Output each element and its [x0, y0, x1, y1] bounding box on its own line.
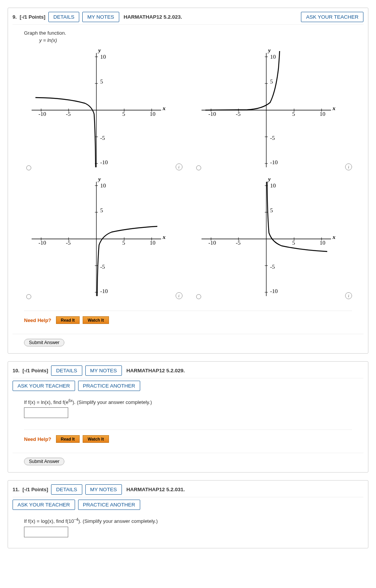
svg-text:10: 10 [270, 183, 276, 189]
svg-text:-5: -5 [270, 135, 275, 141]
points-label: [-/1 Points] [22, 487, 48, 492]
radio-option-b[interactable] [196, 165, 201, 170]
svg-text:y: y [267, 47, 271, 53]
svg-text:10: 10 [320, 240, 325, 246]
prompt-post: ). (Simplify your answer completely.) [78, 519, 158, 524]
question-11: 11. [-/1 Points] DETAILS MY NOTES HARMAT… [8, 480, 368, 548]
answer-input[interactable] [24, 527, 68, 537]
submit-answer-button[interactable]: Submit Answer [24, 458, 64, 465]
info-icon[interactable]: i [176, 292, 182, 299]
reference-label: HARMATHAP12 5.2.029. [126, 368, 185, 373]
instruction-text: Graph the function. [24, 30, 352, 36]
svg-text:y: y [267, 176, 271, 182]
ask-teacher-button[interactable]: ASK YOUR TEACHER [301, 12, 363, 22]
question-header: 10. [-/1 Points] DETAILS MY NOTES HARMAT… [13, 365, 363, 378]
svg-text:-10: -10 [270, 159, 278, 165]
watch-it-button[interactable]: Watch It [83, 435, 109, 443]
prompt-pre: If f(x) = ln(x), find f(e [24, 399, 69, 405]
read-it-button[interactable]: Read It [56, 435, 80, 443]
svg-text:5: 5 [122, 111, 125, 117]
svg-text:10: 10 [100, 183, 106, 189]
mynotes-button[interactable]: MY NOTES [85, 484, 122, 495]
graph-option-a: y x 105 -5-10 -10-5 510 [24, 45, 182, 170]
question-9: 9. [-/1 Points] DETAILS MY NOTES HARMATH… [8, 8, 368, 354]
question-header: 11. [-/1 Points] DETAILS MY NOTES HARMAT… [13, 484, 363, 497]
svg-text:5: 5 [100, 207, 103, 213]
question-number: 11. [13, 487, 19, 492]
need-help-label: Need Help? [24, 436, 51, 442]
svg-text:-5: -5 [236, 240, 241, 246]
practice-another-button[interactable]: PRACTICE ANOTHER [78, 381, 140, 391]
equation-text: y = ln(x) [39, 37, 352, 43]
question-header-row2: ASK YOUR TEACHER PRACTICE ANOTHER [13, 497, 363, 512]
svg-text:y: y [98, 47, 101, 53]
mynotes-button[interactable]: MY NOTES [82, 12, 119, 22]
question-number: 9. [13, 14, 17, 20]
svg-text:-5: -5 [270, 264, 275, 270]
details-button[interactable]: DETAILS [51, 484, 82, 495]
svg-text:-10: -10 [38, 240, 46, 246]
svg-text:-5: -5 [236, 111, 241, 117]
prompt-pre: If f(x) = log(x), find f(10 [24, 519, 74, 524]
details-button[interactable]: DETAILS [51, 365, 82, 376]
reference-label: HARMATHAP12 5.2.023. [124, 14, 182, 20]
question-header: 9. [-/1 Points] DETAILS MY NOTES HARMATH… [13, 12, 363, 25]
svg-text:x: x [332, 105, 336, 111]
question-body: If f(x) = log(x), find f(10−4). (Simplif… [13, 512, 363, 541]
mynotes-button[interactable]: MY NOTES [85, 365, 122, 376]
prompt-text: If f(x) = log(x), find f(10−4). (Simplif… [24, 518, 352, 524]
need-help-label: Need Help? [24, 317, 51, 323]
svg-text:5: 5 [270, 207, 273, 213]
svg-text:-10: -10 [208, 240, 216, 246]
svg-text:x: x [332, 234, 336, 240]
practice-another-button[interactable]: PRACTICE ANOTHER [78, 500, 140, 510]
read-it-button[interactable]: Read It [56, 316, 80, 324]
points-label: [-/1 Points] [20, 14, 45, 20]
svg-text:5: 5 [292, 240, 295, 246]
question-10: 10. [-/1 Points] DETAILS MY NOTES HARMAT… [8, 361, 368, 473]
svg-text:5: 5 [292, 111, 295, 117]
graph-option-d: y x 105 -5-10 -10-5 510 [194, 174, 352, 299]
graph-option-c: y x 105 -5-10 -10-5 510 [24, 174, 182, 299]
svg-text:5: 5 [122, 240, 125, 246]
prompt-text: If f(x) = ln(x), find f(e6x). (Simplify … [24, 399, 352, 405]
svg-text:y: y [98, 176, 101, 182]
radio-option-a[interactable] [26, 165, 31, 170]
answer-input[interactable] [24, 407, 68, 418]
details-button[interactable]: DETAILS [48, 12, 79, 22]
svg-text:10: 10 [150, 240, 155, 246]
points-label: [-/1 Points] [22, 368, 48, 373]
graph-option-b: y x 105 -5-10 -10-5 510 [194, 45, 352, 170]
prompt-post: ). (Simplify your answer completely.) [72, 399, 152, 405]
submit-answer-button[interactable]: Submit Answer [24, 339, 64, 346]
svg-text:-5: -5 [100, 264, 105, 270]
svg-text:-10: -10 [270, 288, 278, 294]
question-number: 10. [13, 368, 19, 373]
svg-text:10: 10 [150, 111, 155, 117]
svg-text:-10: -10 [208, 111, 216, 117]
svg-text:10: 10 [270, 54, 276, 60]
watch-it-button[interactable]: Watch It [83, 316, 109, 324]
info-icon[interactable]: i [176, 163, 182, 170]
radio-option-c[interactable] [26, 294, 31, 299]
prompt-sup: 6x [69, 399, 73, 403]
need-help-row: Need Help? Read It Watch It [24, 311, 352, 324]
graph-choices: y x 105 -5-10 -10-5 510 [24, 45, 352, 299]
svg-text:5: 5 [270, 79, 273, 85]
svg-text:-10: -10 [38, 111, 46, 117]
ask-teacher-button[interactable]: ASK YOUR TEACHER [13, 500, 75, 510]
svg-text:10: 10 [320, 111, 325, 117]
info-icon[interactable]: i [345, 292, 352, 299]
prompt-sup: −4 [74, 518, 78, 522]
svg-text:10: 10 [100, 54, 106, 60]
svg-text:-5: -5 [100, 135, 105, 141]
svg-text:-10: -10 [100, 288, 108, 294]
need-help-row: Need Help? Read It Watch It [24, 429, 352, 443]
svg-text:5: 5 [100, 79, 103, 85]
question-body: Graph the function. y = ln(x) y x 105 -5… [13, 25, 363, 328]
svg-text:-10: -10 [100, 159, 108, 165]
question-body: If f(x) = ln(x), find f(e6x). (Simplify … [13, 393, 363, 447]
radio-option-d[interactable] [196, 294, 201, 299]
info-icon[interactable]: i [345, 163, 352, 170]
ask-teacher-button[interactable]: ASK YOUR TEACHER [13, 381, 75, 391]
